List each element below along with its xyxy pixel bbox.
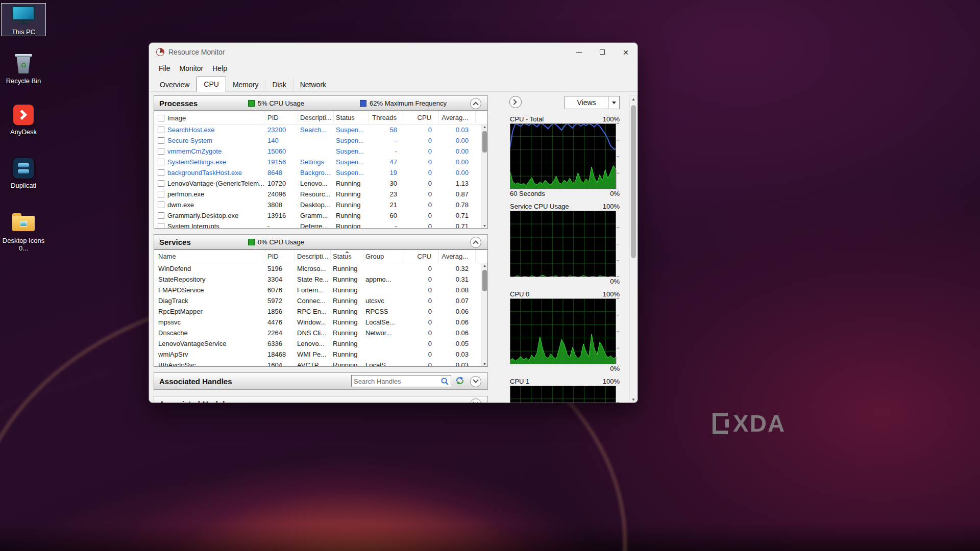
scrollbar-thumb[interactable] [482, 270, 487, 291]
service-row[interactable]: BthAvctpSvc1604AVCTP...RunningLocalS...0… [154, 360, 487, 367]
row-checkbox[interactable] [158, 180, 164, 187]
desktop-icon-duplicati[interactable]: Duplicati [1, 157, 46, 189]
service-row[interactable]: LenovoVantageService6336Lenovo...Running… [154, 338, 487, 349]
row-checkbox[interactable] [158, 169, 164, 176]
process-row[interactable]: System Interrupts-Deferre...Running-00.7… [154, 221, 487, 229]
col-average[interactable]: Averag... [439, 250, 476, 263]
scrollbar-thumb[interactable] [482, 131, 487, 153]
scroll-down-icon[interactable]: ▼ [481, 362, 488, 366]
service-row[interactable]: FMAPOService6076Fortem...Running00.08 [154, 285, 487, 295]
maximize-icon [600, 49, 605, 55]
service-row[interactable]: WinDefend5196Microso...Running00.32 [154, 263, 487, 274]
search-icon[interactable] [440, 377, 449, 386]
resource-monitor-icon [156, 48, 164, 56]
maximize-button[interactable] [591, 43, 614, 61]
desktop-icon-anydesk[interactable]: AnyDesk [1, 104, 46, 136]
scroll-down-icon[interactable]: ▼ [630, 397, 637, 402]
col-pid[interactable]: PID [265, 250, 295, 263]
process-row[interactable]: Grammarly.Desktop.exe13916Gramm...Runnin… [154, 210, 487, 221]
processes-rows: SearchHost.exe23200Search...Suspen...580… [154, 124, 487, 229]
views-dropdown-button[interactable] [608, 96, 619, 109]
chart-title: CPU 0 [510, 290, 529, 298]
tab-memory[interactable]: Memory [226, 78, 266, 91]
handles-expand-button[interactable] [470, 376, 481, 387]
tab-cpu[interactable]: CPU [197, 77, 226, 92]
process-row[interactable]: vmmemCmZygote15060Suspen...-00.00 [154, 146, 487, 157]
select-all-checkbox[interactable] [158, 115, 164, 121]
row-checkbox[interactable] [158, 212, 164, 219]
chevron-up-icon [473, 240, 478, 246]
xda-watermark: XDA [713, 410, 786, 437]
col-name[interactable]: Name [154, 250, 265, 263]
desktop-icon-this-pc[interactable]: This PC [1, 3, 46, 36]
services-collapse-button[interactable] [470, 237, 481, 248]
row-checkbox[interactable] [158, 191, 164, 197]
row-checkbox[interactable] [158, 159, 164, 165]
process-row[interactable]: backgroundTaskHost.exe8648Backgro...Susp… [154, 167, 487, 178]
process-row[interactable]: LenovoVantage-(GenericTelem...10720Lenov… [154, 178, 487, 189]
scroll-up-icon[interactable]: ▲ [630, 97, 637, 102]
chart-title: Service CPU Usage [510, 202, 569, 211]
search-handles-input[interactable] [354, 375, 438, 387]
col-image[interactable]: Image [167, 112, 186, 124]
service-row[interactable]: DiagTrack5972Connec...Runningutcsvc00.07 [154, 295, 487, 306]
services-scrollbar[interactable]: ▲ ▼ [481, 263, 487, 366]
tab-network[interactable]: Network [293, 78, 333, 91]
col-threads[interactable]: Threads [369, 111, 404, 124]
col-pid[interactable]: PID [265, 111, 298, 124]
titlebar[interactable]: Resource Monitor × [149, 43, 638, 61]
service-row[interactable]: Dnscache2264DNS Cli...RunningNetwor...00… [154, 328, 487, 338]
service-row[interactable]: mpssvc4476Window...RunningLocalSe...00.0… [154, 317, 487, 328]
processes-scrollbar[interactable]: ▲ ▼ [481, 124, 487, 228]
tab-disk[interactable]: Disk [265, 78, 293, 91]
process-row[interactable]: dwm.exe3808Desktop...Running2100.78 [154, 199, 487, 210]
scroll-up-icon[interactable]: ▲ [481, 125, 488, 129]
service-row[interactable]: RpcEptMapper1856RPC En...RunningRPCSS00.… [154, 306, 487, 317]
menu-file[interactable]: File [154, 64, 175, 72]
refresh-button[interactable] [454, 376, 465, 386]
collapse-pane-button[interactable] [509, 96, 522, 108]
row-checkbox[interactable] [158, 127, 164, 133]
processes-collapse-button[interactable] [470, 98, 481, 109]
menubar: File Monitor Help [149, 61, 638, 76]
menu-monitor[interactable]: Monitor [175, 64, 208, 72]
views-button[interactable]: Views [565, 96, 620, 109]
scroll-up-icon[interactable]: ▲ [481, 264, 488, 267]
col-average[interactable]: Averag... [439, 111, 476, 124]
service-row[interactable]: wmiApSrv18468WMI Pe...Running00.03 [154, 349, 487, 360]
scrollbar-thumb[interactable] [631, 105, 636, 258]
row-checkbox[interactable] [158, 202, 164, 208]
menu-help[interactable]: Help [208, 64, 232, 72]
process-row[interactable]: Secure System140Suspen...-00.00 [154, 135, 487, 146]
chart-max-label: 100% [603, 290, 620, 298]
modules-expand-button[interactable] [470, 398, 481, 403]
col-cpu[interactable]: CPU [404, 250, 439, 263]
desktop-icon-label: Duplicati [1, 182, 46, 189]
processes-section-header[interactable]: Processes 5% CPU Usage 62% Maximum Frequ… [154, 95, 488, 111]
row-checkbox[interactable] [158, 137, 164, 144]
tab-overview[interactable]: Overview [153, 78, 197, 91]
row-checkbox[interactable] [158, 223, 164, 229]
services-section-header[interactable]: Services 0% CPU Usage [154, 234, 488, 249]
service-row[interactable]: StateRepository3304State Re...Runningapp… [154, 274, 487, 285]
scroll-down-icon[interactable]: ▼ [481, 224, 488, 228]
col-description[interactable]: Descripti... [295, 250, 331, 263]
col-status[interactable]: Status [331, 250, 363, 263]
desktop-icon-recycle-bin[interactable]: ♻ Recycle Bin [1, 53, 46, 85]
col-group[interactable]: Group [363, 250, 404, 263]
process-row[interactable]: SystemSettings.exe19156SettingsSuspen...… [154, 157, 487, 167]
col-description[interactable]: Descripti... [298, 111, 334, 124]
row-checkbox[interactable] [158, 148, 164, 155]
col-status[interactable]: Status [334, 111, 369, 124]
handles-section-header[interactable]: Associated Handles [154, 372, 488, 390]
xda-logo-icon [713, 413, 728, 434]
col-cpu[interactable]: CPU [404, 111, 439, 124]
right-pane-scrollbar[interactable]: ▲ ▼ [629, 95, 638, 403]
modules-section-header[interactable]: Associated Modules [154, 396, 488, 403]
cpu-usage-chart [510, 298, 620, 364]
process-row[interactable]: perfmon.exe24096Resourc...Running2300.87 [154, 189, 487, 199]
desktop-icon-desktop-icons-folder[interactable]: Desktop Icons 0... [1, 212, 46, 252]
process-row[interactable]: SearchHost.exe23200Search...Suspen...580… [154, 124, 487, 135]
close-button[interactable]: × [614, 43, 638, 61]
minimize-button[interactable] [567, 43, 591, 61]
